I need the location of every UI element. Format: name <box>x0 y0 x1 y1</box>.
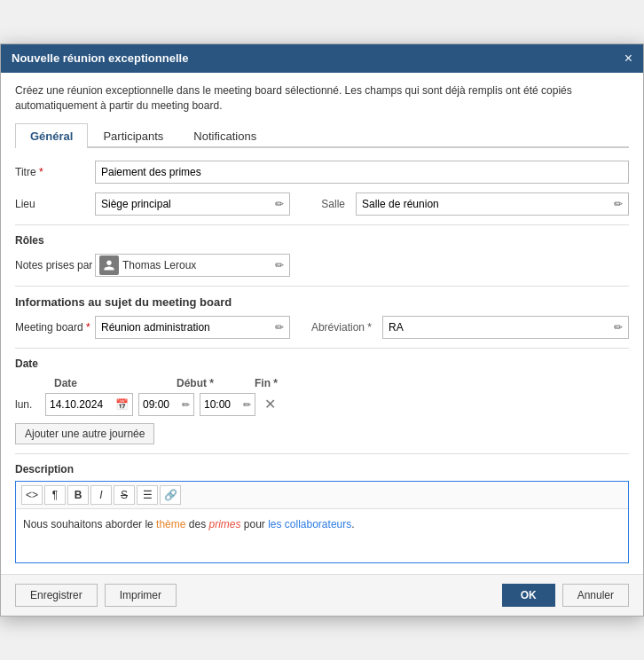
calendar-icon[interactable]: 📅 <box>115 398 129 411</box>
description-section: Description <> ¶ B I S <box>15 463 629 563</box>
meetingboard-edit-icon[interactable]: ✏ <box>270 321 289 334</box>
titre-input[interactable] <box>95 161 629 184</box>
enregistrer-button[interactable]: Enregistrer <box>15 584 98 607</box>
lieu-label: Lieu <box>15 198 95 210</box>
user-avatar <box>99 255 119 275</box>
date-header-row: Date Début * Fin * <box>15 377 629 389</box>
notes-label: Notes prises par <box>15 259 95 271</box>
info-text: Créez une réunion exceptionnelle dans le… <box>15 83 629 114</box>
text-theme: thème <box>156 518 185 530</box>
date-section: Date Début * Fin * lun. 📅 <box>15 377 629 444</box>
end-time-field: ✏ <box>200 393 255 416</box>
abreviation-edit-icon[interactable]: ✏ <box>609 321 628 334</box>
toolbar-italic-btn[interactable]: I <box>90 485 112 505</box>
imprimer-button[interactable]: Imprimer <box>105 584 177 607</box>
titre-label: Titre * <box>15 166 95 178</box>
description-divider <box>15 453 629 454</box>
main-dialog: Nouvelle réunion exceptionnelle × Créez … <box>0 43 644 617</box>
dialog-title: Nouvelle réunion exceptionnelle <box>12 51 188 65</box>
date-col-label: Date <box>54 377 169 389</box>
ok-button[interactable]: OK <box>502 584 555 607</box>
footer-left: Enregistrer Imprimer <box>15 584 177 607</box>
end-time-input[interactable] <box>204 398 240 411</box>
lieu-field: ✏ <box>95 192 290 216</box>
annuler-button[interactable]: Annuler <box>562 584 629 607</box>
salle-edit-icon[interactable]: ✏ <box>609 198 628 210</box>
start-time-edit-icon[interactable]: ✏ <box>182 399 190 411</box>
titre-row: Titre * <box>15 161 629 184</box>
salle-input[interactable] <box>357 194 609 214</box>
debut-col-label: Début * <box>177 377 247 389</box>
description-title: Description <box>15 463 629 475</box>
abreviation-field: ✏ <box>382 316 629 339</box>
salle-field: ✏ <box>356 192 629 216</box>
date-section-title: Date <box>15 358 629 370</box>
meetingboard-input[interactable] <box>96 318 270 337</box>
person-icon <box>103 259 115 271</box>
salle-label: Salle <box>301 198 345 210</box>
toolbar-strikethrough-btn[interactable]: S <box>114 485 135 505</box>
close-button[interactable]: × <box>624 51 632 66</box>
info-divider <box>15 286 629 287</box>
info-section-title: Informations au sujet du meeting board <box>15 295 629 309</box>
date-input[interactable] <box>50 398 112 411</box>
toolbar-code-btn[interactable]: <> <box>21 485 43 505</box>
editor-toolbar: <> ¶ B I S ☰ <box>16 482 628 509</box>
lieu-edit-icon[interactable]: ✏ <box>270 198 289 210</box>
notes-edit-icon[interactable]: ✏ <box>270 259 289 271</box>
start-time-field: ✏ <box>138 393 194 416</box>
notes-user-field: Thomas Leroux ✏ <box>95 254 290 277</box>
date-field: 📅 <box>45 393 133 416</box>
notes-user-name: Thomas Leroux <box>122 259 270 271</box>
end-time-edit-icon[interactable]: ✏ <box>243 399 251 411</box>
lieu-input[interactable] <box>96 194 270 214</box>
footer-right: OK Annuler <box>502 584 629 607</box>
meetingboard-row: Meeting board * ✏ Abréviation * ✏ <box>15 316 629 339</box>
toolbar-link-btn[interactable]: 🔗 <box>160 485 181 505</box>
abreviation-input[interactable] <box>383 318 609 337</box>
toolbar-list-btn[interactable]: ☰ <box>137 485 158 505</box>
fin-col-label: Fin * <box>255 377 278 389</box>
toolbar-paragraph-btn[interactable]: ¶ <box>44 485 66 505</box>
dialog-header: Nouvelle réunion exceptionnelle × <box>1 44 643 73</box>
editor-container: <> ¶ B I S ☰ <box>15 481 629 563</box>
text-primes: primes <box>208 518 240 530</box>
meetingboard-label: Meeting board * <box>15 321 95 334</box>
text-blue: les collaborateurs <box>268 518 351 530</box>
roles-title: Rôles <box>15 234 629 247</box>
editor-content[interactable]: Nous souhaitons aborder le thème des pri… <box>16 509 628 562</box>
roles-divider <box>15 224 629 225</box>
abreviation-label: Abréviation * <box>301 321 372 334</box>
lieu-salle-row: Lieu ✏ Salle ✏ <box>15 192 629 216</box>
tab-participants[interactable]: Participants <box>88 123 178 148</box>
add-day-button[interactable]: Ajouter une autre journée <box>15 423 154 444</box>
tab-general[interactable]: Général <box>15 123 88 148</box>
date-input-row: lun. 📅 ✏ ✏ ✕ <box>15 393 629 416</box>
day-label: lun. <box>15 398 40 411</box>
tab-bar: Général Participants Notifications <box>15 123 629 148</box>
dialog-footer: Enregistrer Imprimer OK Annuler <box>1 574 643 616</box>
date-divider <box>15 348 629 349</box>
toolbar-bold-btn[interactable]: B <box>67 485 89 505</box>
notes-row: Notes prises par Thomas Leroux ✏ <box>15 254 629 277</box>
tab-notifications[interactable]: Notifications <box>178 123 271 148</box>
start-time-input[interactable] <box>143 398 178 411</box>
remove-date-button[interactable]: ✕ <box>261 397 279 412</box>
meetingboard-field: ✏ <box>95 316 290 339</box>
dialog-body: Créez une réunion exceptionnelle dans le… <box>1 73 643 575</box>
